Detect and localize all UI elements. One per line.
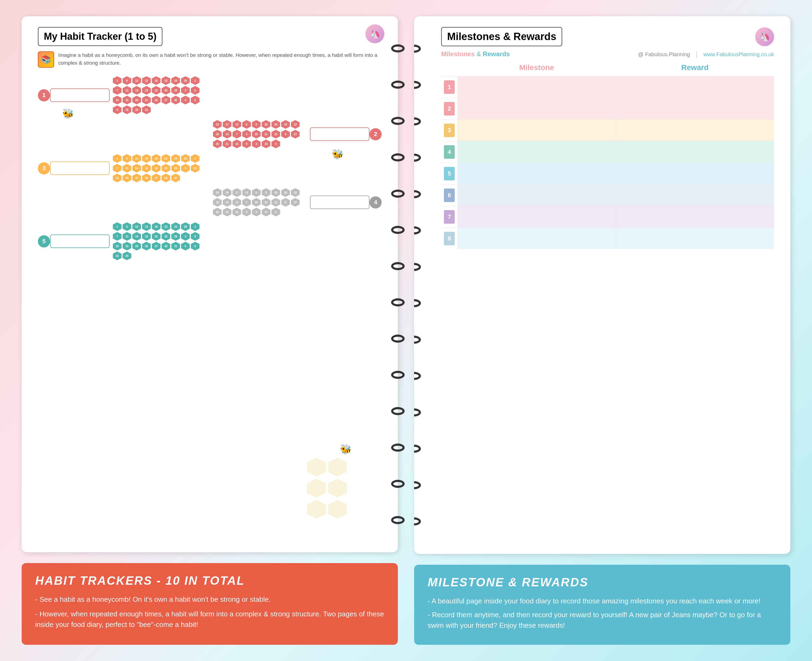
reward-cell-4[interactable] xyxy=(616,141,774,163)
book-icon: 📚 xyxy=(38,51,54,68)
milestone-badge-2: 2 xyxy=(444,102,455,115)
habit-input-2[interactable] xyxy=(310,128,370,141)
milestone-row-3: 3 xyxy=(441,119,774,141)
habit-input-3[interactable] xyxy=(50,161,110,175)
habit-row-3: 3 1 8 12 13 18 23 24 29 2 7 11 14 19 22 xyxy=(38,153,382,183)
hex-grid-4: 29 24 17 13 6 3 30 28 22 18 14 11 7 25 2… xyxy=(213,188,307,217)
habit-badge-4: 4 xyxy=(370,196,382,209)
reward-cell-3[interactable] xyxy=(616,120,774,141)
milestone-num-col-6: 6 xyxy=(441,184,457,206)
hex-grid-2: 23 17 13 8 6 29 26 24 22 18 14 7 3 25 21… xyxy=(213,120,307,149)
bee-icon-3: 🐝 xyxy=(340,444,352,455)
milestone-row-5: 5 xyxy=(441,163,774,184)
milestone-cell-3[interactable] xyxy=(457,120,616,141)
milestone-num-col-5: 5 xyxy=(441,163,457,184)
spiral-binding-right xyxy=(414,16,422,554)
subtitle-social: @ Fabulous.Planning xyxy=(638,51,690,57)
habit-badge-3: 3 xyxy=(38,162,50,174)
milestone-cell-5[interactable] xyxy=(457,163,616,184)
milestone-num-col-4: 4 xyxy=(441,141,457,163)
bottom-banner-left: HABIT TRACKERS - 10 IN TOTAL - See a hab… xyxy=(22,563,398,645)
subtitle-left: Milestones & Rewards xyxy=(441,50,510,58)
habit-badge-1: 1 xyxy=(38,89,50,101)
unicorn-badge-right: 🦄 xyxy=(755,27,774,46)
bottom-left-para1: - See a habit as a honeycomb! On it's ow… xyxy=(35,594,384,605)
reward-cell-8[interactable] xyxy=(616,228,774,249)
bee-icon-1: 🐝 xyxy=(62,108,74,119)
subtitle-website: www.FabulousPlanning.co.uk xyxy=(703,51,774,57)
bottom-right-para2: - Record them anytime, and then record y… xyxy=(428,610,777,631)
col-header-milestone: Milestone xyxy=(457,61,616,75)
milestone-badge-8: 8 xyxy=(444,232,455,245)
habit-input-5[interactable] xyxy=(50,235,110,248)
milestones-title: Milestones & Rewards xyxy=(441,27,562,46)
reward-cell-7[interactable] xyxy=(616,206,774,227)
milestone-num-col-7: 7 xyxy=(441,206,457,227)
milestone-badge-1: 1 xyxy=(444,80,455,94)
habit-row-2: 2 23 17 13 8 6 29 26 24 22 18 14 7 3 25 xyxy=(38,120,382,149)
milestone-table: 1 2 3 xyxy=(441,76,774,249)
right-side: Milestones & Rewards 🦄 Milestones & Rewa… xyxy=(414,16,790,645)
milestone-row-6: 6 xyxy=(441,184,774,206)
milestone-cell-8[interactable] xyxy=(457,228,616,249)
milestone-num-col-1: 1 xyxy=(441,76,457,97)
habit-badge-2: 2 xyxy=(370,128,382,141)
hex-grid-5: 1 8 12 13 18 23 24 29 2 7 11 14 19 22 25… xyxy=(112,222,207,261)
milestone-num-col-3: 3 xyxy=(441,120,457,141)
bottom-right-title: MILESTONE & REWARDS xyxy=(428,576,777,589)
description-box: 📚 Imagine a habit as a honeycomb, on its… xyxy=(38,51,382,68)
milestone-cell-7[interactable] xyxy=(457,206,616,227)
milestone-badge-4: 4 xyxy=(444,145,455,159)
milestone-badge-6: 6 xyxy=(444,188,455,202)
hex-grid-3: 1 8 12 13 18 23 24 29 2 7 11 14 19 22 25… xyxy=(112,153,207,183)
milestone-cell-1[interactable] xyxy=(457,76,616,97)
subtitle-rewards: Rewards xyxy=(483,50,510,57)
right-notebook: Milestones & Rewards 🦄 Milestones & Rewa… xyxy=(414,16,790,554)
habit-input-4[interactable] xyxy=(310,196,370,209)
habit-row-1: 1 1 8 12 13 18 23 24 29 2 7 11 14 19 22 xyxy=(38,76,382,115)
bottom-left-para2: - However, when repeated enough times, a… xyxy=(35,609,384,630)
left-notebook: My Habit Tracker (1 to 5) 🦄 📚 Imagine a … xyxy=(22,16,398,552)
hex-grid-1: 1 8 12 13 18 23 24 29 2 7 11 14 19 22 25… xyxy=(112,76,207,115)
milestone-row-1: 1 xyxy=(441,76,774,97)
reward-cell-2[interactable] xyxy=(616,98,774,119)
left-side: My Habit Tracker (1 to 5) 🦄 📚 Imagine a … xyxy=(22,16,398,645)
description-text: Imagine a habit as a honeycomb, on its o… xyxy=(58,51,382,67)
milestone-num-col-2: 2 xyxy=(441,98,457,119)
spiral-binding-left xyxy=(390,16,406,552)
milestone-cell-4[interactable] xyxy=(457,141,616,163)
reward-cell-6[interactable] xyxy=(616,184,774,206)
milestone-row-7: 7 xyxy=(441,206,774,227)
habit-row-4: 4 29 24 17 13 6 3 30 28 22 18 14 11 7 25 xyxy=(38,188,382,217)
col-header-reward: Reward xyxy=(616,61,774,75)
milestone-row-4: 4 xyxy=(441,141,774,163)
bg-hex-area xyxy=(306,457,360,520)
milestone-badge-7: 7 xyxy=(444,210,455,224)
right-notebook-header: Milestones & Rewards 🦄 xyxy=(441,27,774,46)
habit-row-5: 5 1 8 12 13 18 23 24 29 2 7 11 14 19 22 xyxy=(38,222,382,261)
bottom-left-title: HABIT TRACKERS - 10 IN TOTAL xyxy=(35,574,384,588)
bottom-right-para1: - A beautiful page inside your food diar… xyxy=(428,596,777,607)
unicorn-badge-left: 🦄 xyxy=(365,24,384,43)
reward-cell-1[interactable] xyxy=(616,76,774,97)
subtitle-right: @ Fabulous.Planning | www.FabulousPlanni… xyxy=(638,50,774,58)
habit-input-1[interactable] xyxy=(50,88,110,102)
reward-cell-5[interactable] xyxy=(616,163,774,184)
bottom-banner-right: MILESTONE & REWARDS - A beautiful page i… xyxy=(414,565,790,645)
subtitle-milestones: Milestones xyxy=(441,50,475,57)
notebook-title: My Habit Tracker (1 to 5) xyxy=(38,27,162,46)
table-headers: Milestone Reward xyxy=(441,61,774,75)
milestone-row-8: 8 xyxy=(441,227,774,249)
milestone-badge-3: 3 xyxy=(444,124,455,137)
habit-badge-5: 5 xyxy=(38,235,50,247)
milestone-num-col-8: 8 xyxy=(441,228,457,249)
subtitle-ampersand: & xyxy=(477,50,483,57)
subtitle-row: Milestones & Rewards @ Fabulous.Planning… xyxy=(441,50,774,58)
milestone-cell-2[interactable] xyxy=(457,98,616,119)
milestone-cell-6[interactable] xyxy=(457,184,616,206)
milestone-badge-5: 5 xyxy=(444,167,455,180)
milestone-row-2: 2 xyxy=(441,97,774,119)
